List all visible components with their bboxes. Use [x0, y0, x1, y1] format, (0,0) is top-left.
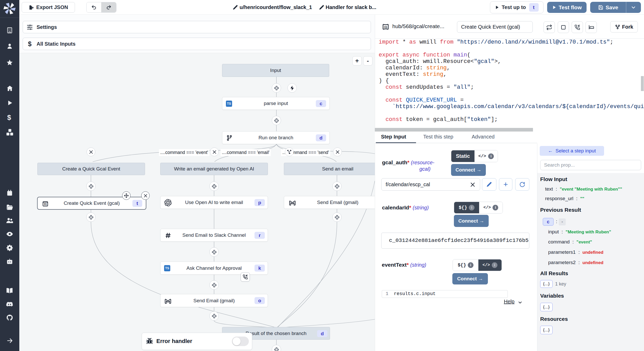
svg-text:31: 31: [44, 203, 47, 206]
svg-text:31: 31: [384, 26, 387, 29]
